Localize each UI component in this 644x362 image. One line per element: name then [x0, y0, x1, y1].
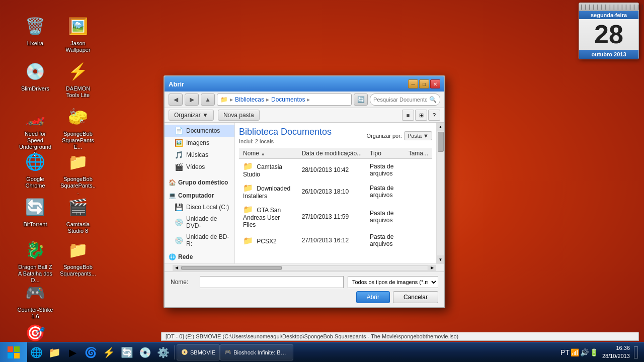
taskbar-update-icon[interactable]: 🔄: [118, 344, 136, 360]
desktop-icon-lixeira[interactable]: 🗑️ Lixeira: [15, 10, 55, 51]
organize-by-label: Organizar por:: [367, 133, 402, 139]
organize-by-dropdown[interactable]: Pasta ▼: [404, 131, 432, 140]
horizontal-scrollbar[interactable]: ◀ ▶: [165, 263, 444, 272]
file-name: 📁 Downloaded Installers: [239, 180, 298, 202]
table-row[interactable]: 📁 GTA San Andreas User Files 27/10/2013 …: [239, 202, 432, 231]
file-type: Pasta de arquivos: [366, 202, 405, 231]
search-icon[interactable]: 🔍: [429, 96, 437, 103]
show-desktop-btn[interactable]: [632, 342, 640, 363]
desktop-icon-spongebob3[interactable]: 📁 SpongeBob Squarepants...: [58, 234, 98, 281]
nav-disco-local[interactable]: 💾 Disco Local (C:): [165, 201, 234, 213]
view-list-btn[interactable]: ≡: [402, 110, 414, 121]
cal-day-name: segunda-feira: [579, 11, 638, 19]
videos-icon: 🎬: [175, 163, 183, 171]
taskbar-bittorrent-icon[interactable]: ⚡: [100, 344, 118, 360]
rede-icon: 🌐: [169, 253, 176, 260]
open-dialog-close[interactable]: ✕: [430, 79, 440, 88]
open-file-dialog: Abrir ─ □ ✕ ◀ ▶ ▲ 📁 ▸ Bibliotecas ▸ Docu…: [164, 75, 445, 308]
refresh-button[interactable]: 🔄: [354, 94, 368, 106]
taskbar-chrome-icon[interactable]: 🌀: [82, 344, 100, 360]
dialog-nav-toolbar: ◀ ▶ ▲ 📁 ▸ Bibliotecas ▸ Documentos ▸ 🔄 🔍: [165, 92, 444, 108]
dialog-scrollbar[interactable]: ▲ ▼: [436, 123, 444, 263]
tray-battery-icon[interactable]: 🔋: [590, 348, 598, 356]
col-type[interactable]: Tipo: [366, 148, 405, 159]
scroll-up-btn[interactable]: ▲: [437, 123, 444, 131]
nav-dvd[interactable]: 💿 Unidade de DVD-: [165, 213, 234, 231]
cancel-button[interactable]: Cancelar: [393, 291, 438, 303]
nav-rede[interactable]: 🌐 Rede: [165, 251, 234, 262]
dialog-action-buttons: Abrir Cancelar: [171, 291, 438, 303]
scroll-right-btn[interactable]: ▶: [428, 265, 436, 271]
file-date: 27/10/2013 11:59: [298, 202, 366, 231]
file-table: Nome ▲ Data de modificação... Tipo Tama.…: [239, 148, 432, 250]
jason-icon: 🖼️: [66, 14, 90, 38]
open-dialog-minimize[interactable]: ─: [408, 79, 418, 88]
nav-item-imagens[interactable]: 🖼️ Imagens: [165, 137, 234, 149]
breadcrumb-bar[interactable]: 📁 ▸ Bibliotecas ▸ Documentos ▸: [217, 94, 352, 106]
breadcrumb-documentos[interactable]: Documentos: [271, 96, 305, 103]
col-size[interactable]: Tama...: [405, 148, 432, 159]
h-scroll-track: [181, 265, 428, 270]
view-tiles-btn[interactable]: ⊞: [415, 110, 427, 121]
search-input[interactable]: [373, 97, 427, 103]
filetype-select[interactable]: Todos os tipos de imagens (*.m...: [348, 276, 438, 288]
nav-grupo-domestico[interactable]: 🏠 Grupo doméstico: [165, 177, 234, 188]
file-size: [405, 231, 432, 250]
taskbar-disk-icon[interactable]: 💿: [136, 344, 154, 360]
col-nome[interactable]: Nome ▲: [239, 148, 298, 159]
back-button[interactable]: ◀: [169, 94, 183, 106]
desktop-icon-chrome[interactable]: 🌐 Google Chrome: [15, 146, 55, 193]
taskbar-ie-icon[interactable]: 🌐: [27, 344, 45, 360]
taskbar-media-icon[interactable]: ▶: [63, 344, 82, 360]
col-date[interactable]: Data de modificação...: [298, 148, 366, 159]
forward-button[interactable]: ▶: [185, 94, 199, 106]
taskbar-settings-icon[interactable]: ⚙️: [154, 344, 172, 360]
nav-item-videos[interactable]: 🎬 Vídeos: [165, 161, 234, 173]
library-subtitle: Inclui: 2 locais: [239, 138, 332, 144]
tray-language[interactable]: PT: [560, 348, 570, 356]
desktop-icon-jason[interactable]: 🖼️ Jason Wallpaper: [58, 10, 98, 57]
taskbar-sbmovie[interactable]: 📀 SBMOVIE: [177, 344, 220, 360]
nav-item-musicas[interactable]: 🎵 Músicas: [165, 149, 234, 161]
table-row[interactable]: 📁 Downloaded Installers 26/10/2013 18:10…: [239, 180, 432, 202]
h-scroll-thumb[interactable]: [181, 266, 282, 270]
taskbar-bioshock[interactable]: 🎮 Bioshock Infinite: Burial at...: [220, 344, 293, 360]
tray-network-icon[interactable]: 📶: [571, 348, 579, 356]
help-btn[interactable]: ?: [428, 110, 440, 121]
desktop-icon-slimDrivers[interactable]: 💿 SlimDrivers: [15, 55, 55, 96]
organize-button[interactable]: Organizar ▼: [169, 110, 214, 121]
breadcrumb-bibliotecas[interactable]: Bibliotecas: [235, 96, 264, 103]
open-dialog-maximize[interactable]: □: [419, 79, 429, 88]
search-bar[interactable]: 🔍: [370, 94, 440, 106]
up-button[interactable]: ▲: [201, 94, 215, 106]
nav-bd[interactable]: 💿 Unidade de BD-R:: [165, 231, 234, 249]
tray-sound-icon[interactable]: 🔊: [580, 348, 589, 356]
start-button[interactable]: [0, 342, 27, 363]
library-info: Biblioteca Documentos Inclui: 2 locais: [239, 127, 332, 144]
nova-pasta-button[interactable]: Nova pasta: [218, 110, 260, 121]
table-row[interactable]: 📁 PCSX2 27/10/2013 16:12 Pasta de arquiv…: [239, 231, 432, 250]
scroll-thumb[interactable]: [438, 132, 444, 152]
tray-icons: PT 📶 🔊 🔋: [560, 348, 598, 356]
nav-computador[interactable]: 💻 Computador: [165, 190, 234, 201]
scroll-down-btn[interactable]: ▼: [437, 255, 444, 263]
file-list-area: Biblioteca Documentos Inclui: 2 locais O…: [235, 123, 436, 263]
nav-item-documentos[interactable]: 📄 Documentos: [165, 125, 234, 137]
taskbar-files-icon[interactable]: 📁: [45, 344, 63, 360]
bd-label: Unidade de BD-R:: [186, 233, 230, 247]
desktop-icon-bittorrent[interactable]: 🔄 BitTorrent: [15, 191, 55, 232]
scroll-track: [437, 131, 444, 255]
scroll-left-btn[interactable]: ◀: [173, 265, 181, 271]
tray-clock[interactable]: 16:36 28/10/2013: [602, 344, 630, 360]
file-date: 28/10/2013 10:42: [298, 159, 366, 181]
filename-input[interactable]: [200, 276, 344, 288]
calendar-widget[interactable]: ||||||||||||||||||| segunda-feira 28 out…: [579, 3, 639, 59]
breadcrumb-root[interactable]: 📁: [220, 96, 228, 103]
dvd-label: Unidade de DVD-: [186, 215, 230, 229]
taskbar-separator: [174, 345, 175, 359]
desktop-icon-camtasia[interactable]: 🎬 Camtasia Studio 8: [58, 191, 98, 238]
open-button[interactable]: Abrir: [356, 291, 390, 303]
table-row[interactable]: 📁 Camtasia Studio 28/10/2013 10:42 Pasta…: [239, 159, 432, 181]
computador-icon: 💻: [169, 192, 176, 199]
desktop-icon-daemon[interactable]: ⚡ DAEMON Tools Lite: [58, 55, 98, 103]
